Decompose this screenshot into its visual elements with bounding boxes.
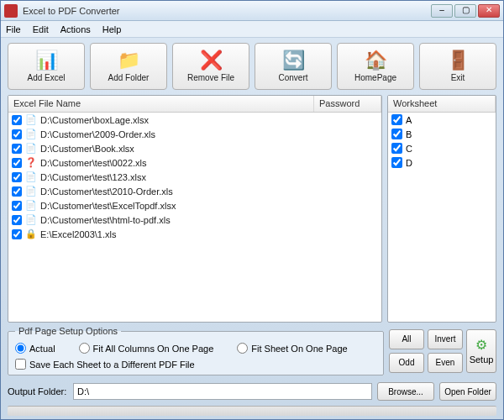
convert-button-label: Convert xyxy=(278,73,307,82)
menu-edit[interactable]: Edit xyxy=(33,24,49,34)
file-row[interactable]: 📄D:\Customer\boxLage.xlsx xyxy=(8,113,381,127)
statusbar xyxy=(8,406,496,416)
file-path: D:\Customer\2009-Order.xls xyxy=(40,129,378,139)
add-folder-button-icon: 📁 xyxy=(118,51,140,70)
file-row[interactable]: 📄D:\Customer\test\ExcelTopdf.xlsx xyxy=(8,198,381,213)
selection-buttons: All Invert ⚙Setup Odd Even xyxy=(389,326,496,375)
col-filename[interactable]: Excel File Name xyxy=(8,96,314,112)
app-icon xyxy=(4,4,18,18)
file-rows: 📄D:\Customer\boxLage.xlsx📄D:\Customer\20… xyxy=(8,113,381,322)
close-button[interactable]: ✕ xyxy=(478,4,500,18)
col-password[interactable]: Password xyxy=(314,96,381,112)
file-icon: 📄 xyxy=(25,129,37,139)
add-excel-button-icon: 📊 xyxy=(35,51,58,70)
file-checkbox[interactable] xyxy=(12,186,22,197)
file-checkbox[interactable] xyxy=(12,229,22,239)
file-checkbox[interactable] xyxy=(12,144,22,154)
browse-button[interactable]: Browse... xyxy=(377,382,434,401)
main-row: Excel File Name Password 📄D:\Customer\bo… xyxy=(1,95,503,323)
file-icon: 🔒 xyxy=(25,228,37,239)
col-worksheet[interactable]: Worksheet xyxy=(388,96,496,112)
file-path: E:\Excel2003\1.xls xyxy=(40,229,378,239)
radio-actual[interactable]: Actual xyxy=(15,343,55,354)
file-row[interactable]: 🔒E:\Excel2003\1.xls xyxy=(8,227,381,241)
fit-radios: Actual Fit All Columns On One Page Fit S… xyxy=(15,343,376,354)
odd-button[interactable]: Odd xyxy=(389,353,424,373)
radio-fitsheet[interactable]: Fit Sheet On One Page xyxy=(237,343,347,354)
worksheet-checkbox[interactable] xyxy=(391,157,402,168)
open-folder-button[interactable]: Open Folder xyxy=(439,382,496,401)
all-button[interactable]: All xyxy=(389,329,424,349)
file-checkbox[interactable] xyxy=(12,172,22,182)
output-label: Output Folder: xyxy=(8,386,68,396)
worksheet-checkbox[interactable] xyxy=(391,143,402,154)
invert-button[interactable]: Invert xyxy=(428,329,463,349)
toolbar: 📊Add Excel📁Add Folder❌Remove File🔄Conver… xyxy=(1,38,503,95)
worksheet-checkbox[interactable] xyxy=(391,114,402,125)
convert-button-icon: 🔄 xyxy=(282,51,305,70)
file-checkbox[interactable] xyxy=(12,129,22,139)
file-list-panel: Excel File Name Password 📄D:\Customer\bo… xyxy=(8,95,382,323)
add-excel-button[interactable]: 📊Add Excel xyxy=(8,43,85,90)
worksheet-row[interactable]: C xyxy=(388,141,496,155)
file-path: D:\Customer\test\html-to-pdf.xls xyxy=(40,215,378,225)
file-path: D:\Customer\test\0022.xls xyxy=(40,158,378,168)
radio-actual-input[interactable] xyxy=(15,343,26,354)
menu-file[interactable]: File xyxy=(6,24,21,34)
file-icon: 📄 xyxy=(25,171,37,182)
menubar: File Edit Actions Help xyxy=(1,21,503,38)
worksheet-row[interactable]: B xyxy=(388,127,496,141)
worksheet-row[interactable]: A xyxy=(388,113,496,127)
file-row[interactable]: 📄D:\Customer\test\html-to-pdf.xls xyxy=(8,213,381,227)
remove-file-button-label: Remove File xyxy=(187,73,234,82)
file-row[interactable]: ❓D:\Customer\test\0022.xls xyxy=(8,155,381,170)
radio-fitsheet-input[interactable] xyxy=(237,343,248,354)
menu-actions[interactable]: Actions xyxy=(60,24,91,34)
save-each-sheet-checkbox[interactable] xyxy=(15,359,26,370)
file-row[interactable]: 📄D:\Customer\test\123.xlsx xyxy=(8,170,381,184)
setup-button[interactable]: ⚙Setup xyxy=(466,329,496,373)
gear-icon: ⚙ xyxy=(475,337,487,353)
save-each-sheet-label[interactable]: Save Each Sheet to a Different PDF File xyxy=(15,359,376,370)
output-folder-input[interactable] xyxy=(73,383,372,400)
file-row[interactable]: 📄D:\Customer\test\2010-Order.xls xyxy=(8,184,381,198)
maximize-button[interactable]: ▢ xyxy=(454,4,476,18)
worksheet-checkbox[interactable] xyxy=(391,129,402,139)
radio-fitcols[interactable]: Fit All Columns On One Page xyxy=(79,343,214,354)
file-row[interactable]: 📄D:\Customer\Book.xlsx xyxy=(8,141,381,155)
worksheet-name: D xyxy=(406,158,412,168)
convert-button[interactable]: 🔄Convert xyxy=(255,43,332,90)
file-checkbox[interactable] xyxy=(12,215,22,225)
radio-fitcols-input[interactable] xyxy=(79,343,90,354)
worksheet-name: B xyxy=(406,129,412,139)
worksheet-name: A xyxy=(406,115,412,125)
exit-button[interactable]: 🚪Exit xyxy=(419,43,496,90)
file-path: D:\Customer\test\ExcelTopdf.xlsx xyxy=(40,201,378,211)
add-folder-button-label: Add Folder xyxy=(108,73,150,82)
options-row: Pdf Page Setup Options Actual Fit All Co… xyxy=(1,323,503,379)
file-path: D:\Customer\Book.xlsx xyxy=(40,144,378,154)
even-button[interactable]: Even xyxy=(428,353,463,373)
minimize-button[interactable]: – xyxy=(431,4,453,18)
add-folder-button[interactable]: 📁Add Folder xyxy=(90,43,167,90)
titlebar: Excel to PDF Converter – ▢ ✕ xyxy=(1,1,503,21)
options-legend: Pdf Page Setup Options xyxy=(15,326,121,336)
file-checkbox[interactable] xyxy=(12,201,22,211)
worksheet-header: Worksheet xyxy=(388,96,496,113)
file-checkbox[interactable] xyxy=(12,115,22,125)
homepage-button[interactable]: 🏠HomePage xyxy=(337,43,414,90)
file-icon: 📄 xyxy=(25,200,37,211)
output-row: Output Folder: Browse... Open Folder xyxy=(1,379,503,406)
menu-help[interactable]: Help xyxy=(102,24,122,34)
file-path: D:\Customer\test\123.xlsx xyxy=(40,172,378,182)
file-icon: 📄 xyxy=(25,143,37,154)
add-excel-button-label: Add Excel xyxy=(27,73,65,82)
file-checkbox[interactable] xyxy=(12,158,22,168)
homepage-button-icon: 🏠 xyxy=(365,51,387,70)
homepage-button-label: HomePage xyxy=(354,73,396,82)
worksheet-row[interactable]: D xyxy=(388,155,496,170)
file-row[interactable]: 📄D:\Customer\2009-Order.xls xyxy=(8,127,381,141)
remove-file-button[interactable]: ❌Remove File xyxy=(172,43,249,90)
exit-button-icon: 🚪 xyxy=(447,51,470,70)
app-window: Excel to PDF Converter – ▢ ✕ File Edit A… xyxy=(0,0,504,420)
